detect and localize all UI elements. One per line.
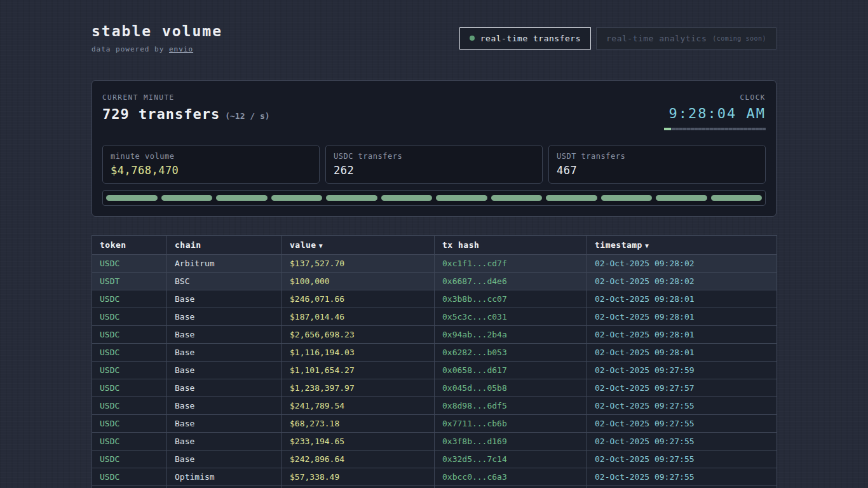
stat-box-usdc-transfers: USDC transfers 262 [325,145,543,184]
cell-tx_hash[interactable]: 0x3f8b...d169 [435,433,587,451]
table-row: USDCBase$68,273.180x7711...cb6b02-Oct-20… [92,415,777,433]
cell-timestamp: 02-Oct-2025 09:28:01 [587,344,777,362]
coming-soon-label: (coming soon) [712,35,766,42]
cell-chain: Arbitrum [167,255,282,273]
cell-value: $2,656,698.23 [282,326,435,344]
cell-value: $246,071.66 [282,290,435,308]
cell-token: USDT [92,273,167,290]
cell-token: USDC [92,326,167,344]
cell-chain: Optimism [167,468,282,486]
topbar: stable volume data powered by envio real… [92,0,776,53]
clock: CLOCK 9:28:04 AM [664,93,766,130]
cell-timestamp: 02-Oct-2025 09:27:55 [587,451,777,468]
cell-chain: Base [167,433,282,451]
cell-chain: Base [167,379,282,397]
column-header-tx-hash: tx hash [435,236,587,255]
activity-segment [106,195,158,201]
cell-chain: Base [167,362,282,379]
cell-chain: Base [167,486,282,488]
branding: stable volume data powered by envio [92,23,222,53]
cell-tx_hash[interactable]: 0xbcc0...c6a3 [435,468,587,486]
table-body: USDCArbitrum$137,527.700xc1f1...cd7f02-O… [92,255,777,488]
column-header-chain: chain [167,236,282,255]
envio-link[interactable]: envio [169,45,193,53]
cell-tx_hash[interactable]: 0x6282...b053 [435,344,587,362]
cell-value: $233,194.65 [282,433,435,451]
table-row: USDCOptimism$57,338.490xbcc0...c6a302-Oc… [92,468,777,486]
cell-timestamp: 02-Oct-2025 09:28:01 [587,308,777,326]
cell-value: $1,238,397.97 [282,379,435,397]
clock-time: 9:28:04 AM [664,105,766,121]
cell-tx_hash[interactable]: 0xbf75...3661 [435,486,587,488]
stat-label: USDC transfers [334,152,534,161]
cell-tx_hash[interactable]: 0x6687...d4e6 [435,273,587,290]
activity-segment [326,195,377,201]
table-row: USDCBase$1,116,194.030x6282...b05302-Oct… [92,344,777,362]
subtitle: data powered by envio [92,45,222,53]
cell-value: $68,273.18 [282,415,435,433]
transfers-summary: CURRENT MINUTE 729 transfers (~12 / s) [102,93,270,122]
activity-segment [216,195,268,201]
tab-real-time-transfers[interactable]: real-time transfers [459,27,591,50]
transfer-count: 729 transfers [102,106,220,122]
tab-analytics-label: real-time analytics [606,34,707,43]
activity-segment [711,195,763,201]
cell-token: USDC [92,415,167,433]
table-row: USDCBase$233,194.650xbf75...366102-Oct-2… [92,486,777,488]
cell-tx_hash[interactable]: 0x94ab...2b4a [435,326,587,344]
cell-tx_hash[interactable]: 0x32d5...7c14 [435,451,587,468]
activity-segment [601,195,653,201]
table-row: USDCBase$246,071.660x3b8b...cc0702-Oct-2… [92,290,777,308]
cell-timestamp: 02-Oct-2025 09:28:02 [587,255,777,273]
transfers-table: tokenchainvalue▼tx hashtimestamp▼ USDCAr… [92,235,777,488]
column-header-value[interactable]: value▼ [282,236,435,255]
cell-token: USDC [92,486,167,488]
cell-timestamp: 02-Oct-2025 09:27:53 [587,486,777,488]
table-header-row: tokenchainvalue▼tx hashtimestamp▼ [92,236,777,255]
cell-tx_hash[interactable]: 0x045d...05b8 [435,379,587,397]
cell-timestamp: 02-Oct-2025 09:28:01 [587,326,777,344]
activity-segment [546,195,597,201]
cell-tx_hash[interactable]: 0x8d98...6df5 [435,397,587,415]
page-title: stable volume [92,23,222,39]
cell-tx_hash[interactable]: 0x3b8b...cc07 [435,290,587,308]
cell-timestamp: 02-Oct-2025 09:27:55 [587,468,777,486]
column-header-timestamp[interactable]: timestamp▼ [587,236,777,255]
column-header-token: token [92,236,167,255]
cell-token: USDC [92,468,167,486]
cell-timestamp: 02-Oct-2025 09:27:57 [587,379,777,397]
table-row: USDCBase$233,194.650x3f8b...d16902-Oct-2… [92,433,777,451]
table-row: USDTBSC$100,0000x6687...d4e602-Oct-2025 … [92,273,777,290]
stat-box-minute-volume: minute volume $4,768,470 [102,145,320,184]
cell-chain: Base [167,308,282,326]
cell-value: $1,116,194.03 [282,344,435,362]
clock-label: CLOCK [664,93,766,102]
cell-token: USDC [92,379,167,397]
activity-segment [161,195,213,201]
cell-chain: Base [167,326,282,344]
current-minute-panel: CURRENT MINUTE 729 transfers (~12 / s) C… [92,80,776,217]
table-row: USDCBase$1,101,654.270x0658...d61702-Oct… [92,362,777,379]
tab-real-time-analytics[interactable]: real-time analytics (coming soon) [596,27,776,50]
cell-tx_hash[interactable]: 0x7711...cb6b [435,415,587,433]
cell-token: USDC [92,290,167,308]
cell-chain: Base [167,344,282,362]
cell-tx_hash[interactable]: 0x0658...d617 [435,362,587,379]
stat-value: $4,768,470 [111,164,311,177]
activity-segment [271,195,323,201]
stat-label: USDT transfers [557,152,757,161]
view-tabs: real-time transfers real-time analytics … [459,27,776,50]
cell-value: $233,194.65 [282,486,435,488]
cell-value: $242,896.64 [282,451,435,468]
cell-tx_hash[interactable]: 0x5c3c...c031 [435,308,587,326]
cell-value: $1,101,654.27 [282,362,435,379]
stat-label: minute volume [111,152,311,161]
cell-timestamp: 02-Oct-2025 09:27:59 [587,362,777,379]
transfer-rate: (~12 / s) [225,111,269,121]
cell-tx_hash[interactable]: 0xc1f1...cd7f [435,255,587,273]
stat-value: 262 [334,164,534,177]
sort-desc-icon: ▼ [319,242,323,249]
activity-segment [381,195,433,201]
table-row: USDCBase$2,656,698.230x94ab...2b4a02-Oct… [92,326,777,344]
cell-chain: BSC [167,273,282,290]
